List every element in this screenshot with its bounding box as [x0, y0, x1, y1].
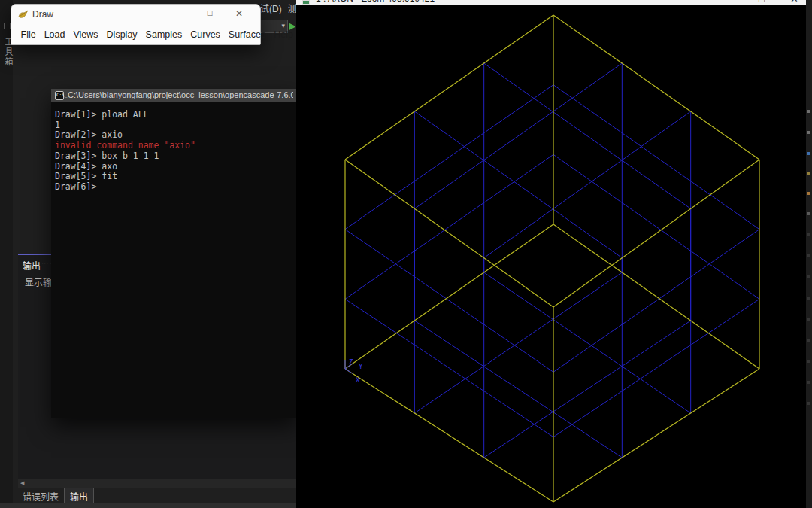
cube-isoline	[484, 111, 691, 258]
draw-window-title: Draw	[32, 9, 53, 20]
draw-titlebar[interactable]: Draw — □ ✕	[11, 5, 260, 25]
console-window: C:\_ C:\Users\bianyongfang\project\occ_l…	[51, 89, 297, 418]
bottom-panel-tabs: 错误列表 输出	[18, 488, 297, 503]
status-bar	[0, 503, 296, 508]
right-edge-toolbar	[806, 0, 812, 508]
vs-left-sidebar	[0, 0, 13, 503]
console-line: Draw[3]> box b 1 1 1	[55, 151, 297, 162]
toolbox-icon	[4, 23, 11, 29]
edge-toolbar-mark	[807, 402, 810, 405]
3d-viewport[interactable]: ZYX	[296, 5, 806, 508]
cube-isoline	[345, 85, 553, 230]
menu-item-help[interactable]: Help	[270, 29, 298, 40]
cube-isoline	[553, 299, 759, 437]
viewer-window-title: 1 : AXON - Zoom 498.919421	[316, 0, 435, 4]
menu-item-file[interactable]: File	[17, 29, 40, 40]
cube-isoline	[414, 111, 622, 258]
axis-label-z: Z	[349, 358, 353, 366]
edge-toolbar-mark	[807, 192, 810, 195]
cmd-icon: C:\_	[55, 91, 64, 100]
edge-toolbar-mark	[807, 381, 810, 384]
edge-toolbar-mark	[807, 360, 810, 363]
axis-segment	[345, 369, 353, 374]
edge-toolbar-mark	[807, 275, 810, 278]
horizontal-scrollbar[interactable]: ◀	[18, 479, 297, 488]
viewer-maximize-button[interactable]: □	[759, 0, 765, 5]
axis-label-y: Y	[359, 363, 363, 370]
console-line: Draw[4]> axo	[55, 162, 297, 172]
cube-isoline	[553, 230, 759, 373]
edge-toolbar-mark	[807, 254, 810, 257]
menu-item-curves[interactable]: Curves	[186, 29, 225, 40]
menu-item-display[interactable]: Display	[102, 29, 141, 40]
console-line: Draw[2]> axio	[55, 130, 297, 141]
edge-toolbar-mark	[807, 131, 810, 134]
console-line: Draw[1]> pload ALL	[55, 110, 297, 120]
maximize-button[interactable]: □	[201, 8, 218, 17]
console-line: Draw[5]> fit	[55, 172, 297, 182]
console-title: C:\Users\bianyongfang\project\occ_lesson…	[68, 90, 293, 99]
console-line: 1	[55, 120, 297, 131]
close-button[interactable]: ✕	[231, 8, 247, 19]
cube-isoline	[484, 63, 691, 208]
scroll-left-arrow-icon[interactable]: ◀	[20, 480, 24, 486]
axis-label-x: X	[356, 376, 360, 384]
cube-isoline	[414, 63, 622, 208]
viewer-app-icon	[302, 0, 310, 5]
viewer-close-button[interactable]: ✕	[790, 0, 798, 5]
cube-isoline	[345, 154, 553, 299]
tab-error-list[interactable]: 错误列表	[23, 490, 59, 503]
draw-window: Draw — □ ✕ FileLoadViewsDisplaySamplesCu…	[11, 4, 261, 45]
console-line: Draw[6]>	[55, 182, 297, 193]
viewer-titlebar[interactable]: 1 : AXON - Zoom 498.919421 □ ✕	[296, 0, 806, 5]
menu-item-surfaces[interactable]: Surfaces	[224, 29, 269, 40]
edge-toolbar-mark	[807, 172, 810, 175]
cube-isoline	[345, 230, 553, 373]
menu-item-samples[interactable]: Samples	[141, 29, 186, 40]
console-titlebar[interactable]: C:\_ C:\Users\bianyongfang\project\occ_l…	[51, 89, 297, 102]
axon-viewer-window: 1 : AXON - Zoom 498.919421 □ ✕ ZYX	[296, 0, 806, 508]
cube-edge	[553, 160, 759, 307]
edge-toolbar-mark	[807, 318, 810, 321]
edge-toolbar-mark	[807, 110, 810, 113]
edge-toolbar-mark	[807, 212, 810, 215]
menu-item-load[interactable]: Load	[40, 29, 69, 40]
cube-edge	[553, 369, 759, 502]
edge-toolbar-mark	[807, 297, 810, 300]
output-panel-title: 输出	[23, 259, 41, 272]
chevron-down-icon: ▾	[281, 22, 285, 29]
menu-item-views[interactable]: Views	[69, 29, 102, 40]
cube-isoline	[414, 272, 622, 413]
cube-isoline	[484, 321, 691, 458]
vs-menu-debug-fragment[interactable]: 试(D)	[260, 2, 282, 14]
cube-edge	[345, 224, 553, 369]
cube-isoline	[414, 321, 622, 458]
draw-app-icon	[18, 10, 29, 20]
cube-edge	[345, 15, 553, 160]
cube-edge	[553, 224, 759, 369]
draw-menubar: FileLoadViewsDisplaySamplesCurvesSurface…	[17, 25, 257, 44]
cube-isoline	[345, 299, 553, 437]
cube-isoline	[553, 85, 759, 230]
minimize-button[interactable]: —	[165, 8, 182, 19]
cube-edge	[345, 369, 553, 502]
cube-edge	[345, 160, 553, 307]
cube-isoline	[484, 272, 691, 413]
desktop: 工具箱 试(D) 测 ▾ ▶ 输出 ⋯⋯ 显示输出 ◀ 错误列表 输出 Draw…	[0, 0, 812, 508]
edge-toolbar-mark	[807, 233, 810, 236]
edge-toolbar-mark	[807, 152, 810, 155]
cube-edge	[553, 15, 759, 160]
console-output[interactable]: Draw[1]> pload ALL1Draw[2]> axioinvalid …	[51, 102, 297, 418]
cube-isoline	[553, 154, 759, 299]
console-error-line: invalid command name "axio"	[55, 141, 297, 151]
edge-toolbar-mark	[807, 339, 810, 342]
